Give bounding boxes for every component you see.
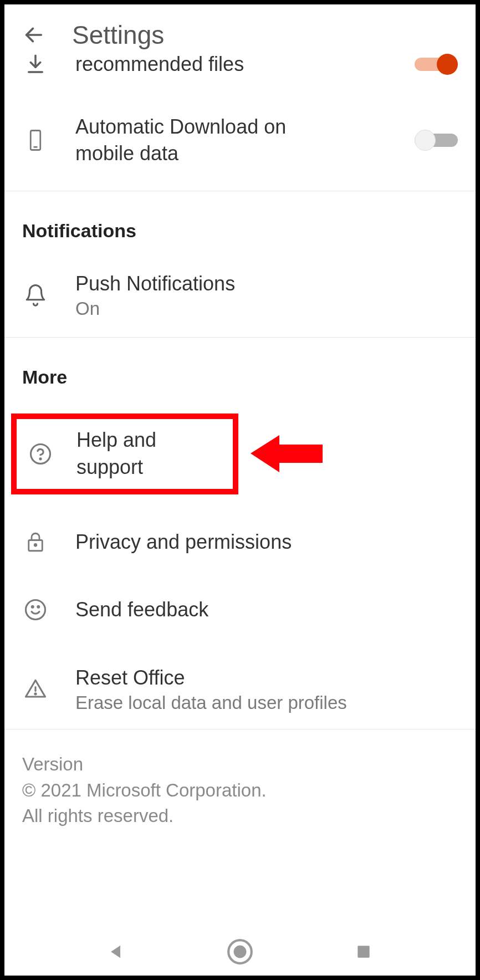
svg-point-9	[26, 600, 45, 620]
system-navbar	[4, 928, 476, 976]
svg-point-17	[234, 946, 247, 958]
svg-point-13	[35, 693, 36, 695]
setting-title: Reset Office	[75, 665, 458, 692]
rights: All rights reserved.	[22, 803, 458, 829]
setting-title: Send feedback	[75, 596, 458, 624]
setting-sub: Erase local data and user profiles	[75, 692, 458, 713]
section-notifications: Notifications	[4, 191, 476, 253]
copyright: © 2021 Microsoft Corporation.	[22, 778, 458, 803]
setting-auto-download-mobile[interactable]: Automatic Download on mobile data	[4, 90, 476, 191]
settings-list: recommended files Automatic Download on …	[4, 65, 476, 840]
nav-back[interactable]	[103, 938, 130, 966]
setting-download-recent-recommended[interactable]: recommended files	[4, 39, 476, 90]
svg-point-11	[38, 606, 39, 608]
version-label: Version	[22, 752, 458, 777]
setting-reset-office[interactable]: Reset Office Erase local data and user p…	[4, 649, 476, 729]
bell-icon	[22, 282, 49, 308]
annotation-arrow	[251, 433, 323, 474]
toggle-off[interactable]	[415, 130, 458, 151]
svg-marker-14	[251, 435, 323, 472]
lock-icon	[22, 529, 49, 555]
footer: Version © 2021 Microsoft Corporation. Al…	[4, 729, 476, 840]
help-icon	[29, 442, 52, 466]
svg-rect-18	[358, 946, 370, 957]
svg-marker-15	[111, 946, 120, 958]
setting-privacy-permissions[interactable]: Privacy and permissions	[4, 513, 476, 571]
setting-title: recommended files	[75, 51, 388, 78]
warning-icon	[22, 676, 49, 702]
section-more: More	[4, 338, 476, 399]
setting-send-feedback[interactable]: Send feedback	[4, 571, 476, 649]
setting-help-support[interactable]: Help and support	[11, 414, 238, 494]
toggle-on[interactable]	[415, 54, 458, 75]
download-icon	[22, 51, 49, 78]
svg-point-10	[32, 606, 33, 608]
nav-recent[interactable]	[350, 938, 377, 966]
setting-title: Privacy and permissions	[75, 529, 458, 556]
setting-title: Automatic Download on mobile data	[75, 114, 297, 167]
nav-home[interactable]	[226, 938, 254, 966]
setting-title: Help and support	[76, 427, 226, 481]
svg-point-6	[40, 458, 41, 460]
svg-point-5	[31, 444, 50, 463]
smile-icon	[22, 596, 49, 623]
setting-sub: On	[75, 298, 458, 319]
setting-push-notifications[interactable]: Push Notifications On	[4, 253, 476, 338]
setting-title: Push Notifications	[75, 270, 458, 298]
phone-icon	[22, 127, 49, 154]
svg-point-8	[34, 544, 37, 546]
